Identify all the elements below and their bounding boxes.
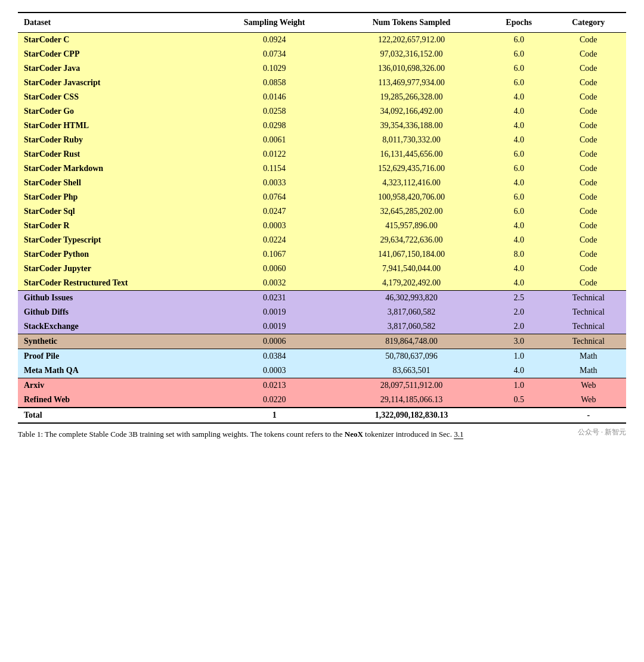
cell-weight: 0.0258 xyxy=(213,104,336,119)
cell-tokens: 819,864,748.00 xyxy=(336,334,487,349)
cell-epochs: 6.0 xyxy=(487,190,551,204)
header-sampling-weight: Sampling Weight xyxy=(213,13,336,33)
cell-epochs: 8.0 xyxy=(487,247,551,262)
cell-epochs: 3.0 xyxy=(487,334,551,349)
table-row: Github Issues0.023146,302,993,8202.5Tech… xyxy=(18,291,626,306)
header-epochs: Epochs xyxy=(487,13,551,33)
table-row: StarCoder Typescript0.022429,634,722,636… xyxy=(18,233,626,247)
table-row: Github Diffs0.00193,817,060,5822.0Techni… xyxy=(18,305,626,319)
cell-dataset: StarCoder Javascript xyxy=(18,76,213,90)
cell-dataset: StarCoder C xyxy=(18,33,213,48)
data-table: Dataset Sampling Weight Num Tokens Sampl… xyxy=(18,12,626,424)
cell-dataset: StarCoder CSS xyxy=(18,90,213,104)
cell-epochs: 4.0 xyxy=(487,219,551,233)
cell-tokens: 100,958,420,706.00 xyxy=(336,190,487,204)
table-row: StarCoder CPP0.073497,032,316,152.006.0C… xyxy=(18,47,626,61)
cell-dataset: StarCoder Restructured Text xyxy=(18,276,213,291)
cell-category: Code xyxy=(551,133,626,147)
cell-epochs: 6.0 xyxy=(487,161,551,176)
cell-epochs: 4.0 xyxy=(487,104,551,119)
cell-tokens: 19,285,266,328.00 xyxy=(336,90,487,104)
cell-tokens: 122,202,657,912.00 xyxy=(336,33,487,48)
cell-epochs: 4.0 xyxy=(487,176,551,190)
table-row: Synthetic0.0006819,864,748.003.0Technica… xyxy=(18,334,626,349)
table-row: StackExchange0.00193,817,060,5822.0Techn… xyxy=(18,319,626,334)
table-header-row: Dataset Sampling Weight Num Tokens Sampl… xyxy=(18,13,626,33)
cell-weight: 0.0231 xyxy=(213,291,336,306)
cell-tokens: 4,323,112,416.00 xyxy=(336,176,487,190)
total-cell-tokens: 1,322,090,182,830.13 xyxy=(336,408,487,423)
cell-epochs: 0.5 xyxy=(487,393,551,408)
cell-weight: 0.0006 xyxy=(213,334,336,349)
cell-weight: 0.0924 xyxy=(213,33,336,48)
cell-category: Code xyxy=(551,90,626,104)
cell-tokens: 29,634,722,636.00 xyxy=(336,233,487,247)
cell-dataset: StarCoder HTML xyxy=(18,119,213,133)
cell-dataset: Proof Pile xyxy=(18,349,213,364)
cell-tokens: 29,114,185,066.13 xyxy=(336,393,487,408)
cell-dataset: StarCoder Sql xyxy=(18,204,213,219)
cell-tokens: 3,817,060,582 xyxy=(336,319,487,334)
cell-category: Code xyxy=(551,104,626,119)
table-row: StarCoder Python0.1067141,067,150,184.00… xyxy=(18,247,626,262)
cell-category: Math xyxy=(551,349,626,364)
cell-dataset: StarCoder Shell xyxy=(18,176,213,190)
cell-tokens: 46,302,993,820 xyxy=(336,291,487,306)
cell-epochs: 4.0 xyxy=(487,119,551,133)
cell-weight: 0.0224 xyxy=(213,233,336,247)
cell-weight: 0.0003 xyxy=(213,363,336,378)
cell-tokens: 141,067,150,184.00 xyxy=(336,247,487,262)
header-category: Category xyxy=(551,13,626,33)
cell-tokens: 136,010,698,326.00 xyxy=(336,61,487,76)
cell-tokens: 34,092,166,492.00 xyxy=(336,104,487,119)
cell-category: Code xyxy=(551,262,626,276)
table-row: StarCoder Jupyter0.00607,941,540,044.004… xyxy=(18,262,626,276)
header-dataset: Dataset xyxy=(18,13,213,33)
cell-category: Technical xyxy=(551,291,626,306)
table-body: StarCoder C0.0924122,202,657,912.006.0Co… xyxy=(18,33,626,424)
cell-category: Technical xyxy=(551,305,626,319)
cell-tokens: 3,817,060,582 xyxy=(336,305,487,319)
caption-link[interactable]: 3.1 xyxy=(454,430,463,439)
cell-weight: 0.0247 xyxy=(213,204,336,219)
cell-weight: 0.1154 xyxy=(213,161,336,176)
cell-weight: 0.0384 xyxy=(213,349,336,364)
cell-weight: 0.0019 xyxy=(213,305,336,319)
cell-epochs: 1.0 xyxy=(487,378,551,393)
cell-category: Code xyxy=(551,247,626,262)
cell-dataset: StarCoder R xyxy=(18,219,213,233)
cell-weight: 0.0019 xyxy=(213,319,336,334)
table-row: StarCoder Restructured Text0.00324,179,2… xyxy=(18,276,626,291)
cell-dataset: Refined Web xyxy=(18,393,213,408)
cell-dataset: Github Diffs xyxy=(18,305,213,319)
cell-dataset: StarCoder Python xyxy=(18,247,213,262)
cell-weight: 0.0734 xyxy=(213,47,336,61)
cell-epochs: 2.0 xyxy=(487,319,551,334)
cell-category: Code xyxy=(551,33,626,48)
table-row: StarCoder Php0.0764100,958,420,706.006.0… xyxy=(18,190,626,204)
cell-epochs: 4.0 xyxy=(487,233,551,247)
cell-weight: 0.1067 xyxy=(213,247,336,262)
cell-category: Technical xyxy=(551,334,626,349)
cell-dataset: Arxiv xyxy=(18,378,213,393)
cell-category: Code xyxy=(551,119,626,133)
cell-tokens: 16,131,445,656.00 xyxy=(336,147,487,161)
total-cell-epochs xyxy=(487,408,551,423)
cell-tokens: 8,011,730,332.00 xyxy=(336,133,487,147)
total-cell-label: Total xyxy=(18,408,213,423)
cell-dataset: StarCoder Markdown xyxy=(18,161,213,176)
cell-category: Code xyxy=(551,61,626,76)
cell-epochs: 4.0 xyxy=(487,276,551,291)
cell-tokens: 7,941,540,044.00 xyxy=(336,262,487,276)
cell-dataset: StackExchange xyxy=(18,319,213,334)
cell-category: Code xyxy=(551,161,626,176)
cell-category: Web xyxy=(551,393,626,408)
cell-weight: 0.0213 xyxy=(213,378,336,393)
cell-weight: 0.0220 xyxy=(213,393,336,408)
cell-tokens: 83,663,501 xyxy=(336,363,487,378)
cell-epochs: 6.0 xyxy=(487,204,551,219)
cell-dataset: StarCoder Ruby xyxy=(18,133,213,147)
cell-weight: 0.0122 xyxy=(213,147,336,161)
table-row: StarCoder C0.0924122,202,657,912.006.0Co… xyxy=(18,33,626,48)
cell-category: Code xyxy=(551,219,626,233)
